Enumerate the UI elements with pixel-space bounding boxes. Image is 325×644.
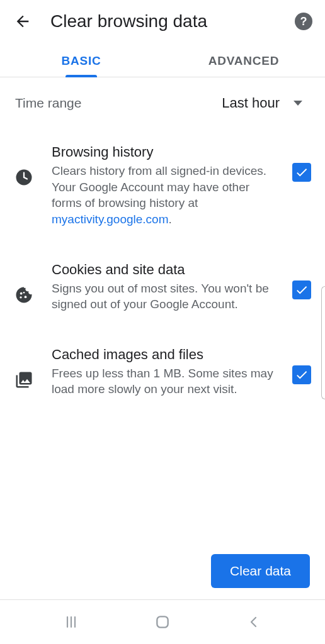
svg-point-3	[25, 296, 27, 298]
back-nav-button[interactable]	[235, 614, 273, 630]
time-range-selector[interactable]: Last hour	[222, 95, 310, 111]
option-title: Cookies and site data	[52, 262, 275, 278]
recents-icon	[64, 614, 79, 630]
check-icon	[295, 165, 309, 179]
time-range-value: Last hour	[222, 95, 280, 111]
option-browsing-history: Browsing history Clears history from all…	[0, 129, 325, 247]
help-icon: ?	[300, 15, 307, 28]
page-title: Clear browsing data	[50, 11, 277, 31]
option-desc: Signs you out of most sites. You won't b…	[52, 280, 275, 313]
check-icon	[295, 368, 309, 382]
checkbox-cookies[interactable]	[292, 280, 311, 299]
scrollbar[interactable]	[321, 286, 325, 399]
checkbox-cached[interactable]	[292, 365, 311, 384]
tab-basic[interactable]: BASIC	[0, 43, 162, 77]
option-cookies: Cookies and site data Signs you out of m…	[0, 247, 325, 331]
option-desc: Clears history from all signed-in device…	[52, 163, 275, 228]
tabs: BASIC ADVANCED	[0, 43, 325, 77]
option-text: Browsing history Clears history from all…	[52, 144, 275, 228]
image-stack-icon	[14, 370, 34, 390]
chevron-down-icon	[294, 101, 302, 106]
option-title: Cached images and files	[52, 347, 275, 363]
option-text: Cached images and files Frees up less th…	[52, 347, 275, 397]
option-text: Cookies and site data Signs you out of m…	[52, 262, 275, 313]
svg-point-1	[20, 292, 23, 294]
option-desc: Frees up less than 1 MB. Some sites may …	[52, 365, 275, 397]
home-icon	[154, 614, 171, 630]
option-title: Browsing history	[52, 144, 275, 160]
header: Clear browsing data ?	[0, 0, 325, 43]
checkbox-browsing-history[interactable]	[292, 163, 311, 182]
chevron-left-icon	[246, 614, 261, 630]
svg-point-2	[20, 296, 21, 298]
home-button[interactable]	[144, 614, 181, 630]
svg-point-4	[23, 292, 25, 294]
back-button[interactable]	[13, 11, 33, 31]
arrow-left-icon	[14, 13, 31, 30]
check-icon	[295, 283, 309, 297]
time-range-label: Time range	[15, 96, 81, 111]
myactivity-link[interactable]: myactivity.google.com	[52, 213, 169, 226]
system-nav-bar	[0, 600, 325, 644]
recents-button[interactable]	[52, 614, 90, 630]
cookie-icon	[14, 285, 34, 305]
tab-advanced[interactable]: ADVANCED	[162, 43, 325, 77]
help-button[interactable]: ?	[295, 13, 312, 30]
svg-rect-5	[157, 616, 168, 627]
clock-icon	[14, 167, 34, 187]
footer: Clear data	[0, 544, 325, 600]
option-cached: Cached images and files Frees up less th…	[0, 331, 325, 416]
clear-data-button[interactable]: Clear data	[211, 554, 310, 588]
time-range-row: Time range Last hour	[0, 77, 325, 129]
option-list: Browsing history Clears history from all…	[0, 129, 325, 544]
